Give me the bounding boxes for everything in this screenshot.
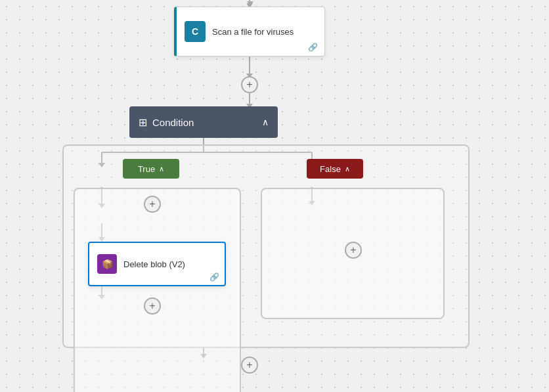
scan-card-link-icon: 🔗 bbox=[308, 43, 318, 52]
delete-card-link-icon: 🔗 bbox=[209, 272, 219, 282]
delete-card-icon: 📦 bbox=[97, 254, 117, 274]
false-branch-container: + bbox=[261, 188, 445, 319]
add-button-bottom[interactable]: + bbox=[241, 357, 258, 374]
true-chevron-icon: ∧ bbox=[159, 165, 164, 173]
scan-card[interactable]: C Scan a file for viruses 🔗 bbox=[174, 7, 325, 56]
delete-card-title: Delete blob (V2) bbox=[123, 259, 185, 269]
condition-header[interactable]: ⊞ Condition ∧ bbox=[129, 106, 278, 138]
condition-chevron-icon: ∧ bbox=[262, 117, 269, 127]
true-label: True bbox=[138, 164, 155, 174]
delete-card[interactable]: 📦 Delete blob (V2) 🔗 bbox=[88, 242, 226, 286]
true-branch-container: + 📦 Delete blob (V2) 🔗 + bbox=[74, 188, 241, 392]
false-chevron-icon: ∧ bbox=[345, 165, 350, 173]
condition-label: Condition bbox=[152, 117, 262, 128]
scan-card-icon: C bbox=[185, 21, 206, 42]
canvas: C Scan a file for viruses 🔗 + ⊞ Conditio… bbox=[0, 0, 549, 392]
add-button-true-bottom[interactable]: + bbox=[144, 297, 161, 315]
condition-icon: ⊞ bbox=[139, 116, 147, 129]
true-badge[interactable]: True ∧ bbox=[123, 159, 179, 179]
scan-card-title: Scan a file for viruses bbox=[212, 27, 294, 37]
condition-body: True ∧ False ∧ + 📦 Delete blob (V2) 🔗 bbox=[62, 144, 470, 348]
add-button-false[interactable]: + bbox=[345, 242, 362, 259]
add-button-true-top[interactable]: + bbox=[144, 196, 161, 213]
top-arrow bbox=[247, 1, 253, 6]
false-label: False bbox=[320, 164, 341, 174]
add-button-1[interactable]: + bbox=[241, 76, 258, 93]
false-badge[interactable]: False ∧ bbox=[307, 159, 363, 179]
